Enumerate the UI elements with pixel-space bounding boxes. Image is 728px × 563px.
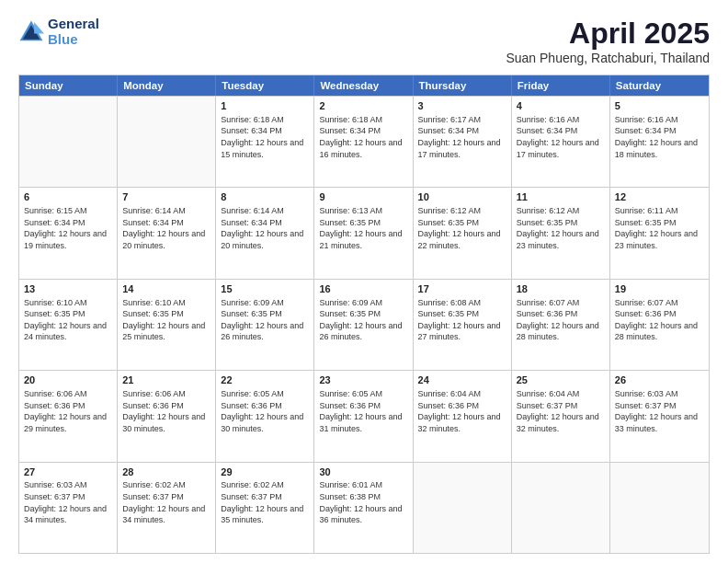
day-info: Sunrise: 6:01 AM Sunset: 6:38 PM Dayligh… bbox=[319, 479, 407, 525]
day-info: Sunrise: 6:07 AM Sunset: 6:36 PM Dayligh… bbox=[517, 297, 605, 343]
day-header-sunday: Sunday bbox=[19, 75, 118, 96]
day-cell-15: 15Sunrise: 6:09 AM Sunset: 6:35 PM Dayli… bbox=[216, 280, 314, 370]
day-cell-26: 26Sunrise: 6:03 AM Sunset: 6:37 PM Dayli… bbox=[610, 371, 709, 461]
logo-blue-text: Blue bbox=[48, 32, 99, 48]
day-info: Sunrise: 6:03 AM Sunset: 6:37 PM Dayligh… bbox=[615, 388, 704, 434]
day-number: 7 bbox=[122, 190, 210, 204]
day-cell-16: 16Sunrise: 6:09 AM Sunset: 6:35 PM Dayli… bbox=[314, 280, 413, 370]
logo-icon bbox=[18, 19, 44, 45]
empty-cell bbox=[19, 97, 118, 187]
day-cell-4: 4Sunrise: 6:16 AM Sunset: 6:34 PM Daylig… bbox=[512, 97, 610, 187]
day-cell-13: 13Sunrise: 6:10 AM Sunset: 6:35 PM Dayli… bbox=[19, 280, 118, 370]
calendar-week-5: 27Sunrise: 6:03 AM Sunset: 6:37 PM Dayli… bbox=[19, 462, 709, 553]
page: General Blue April 2025 Suan Phueng, Rat… bbox=[0, 0, 728, 563]
empty-cell bbox=[414, 463, 512, 553]
day-info: Sunrise: 6:02 AM Sunset: 6:37 PM Dayligh… bbox=[221, 479, 309, 525]
day-number: 8 bbox=[221, 190, 309, 204]
day-info: Sunrise: 6:02 AM Sunset: 6:37 PM Dayligh… bbox=[122, 479, 210, 525]
day-info: Sunrise: 6:04 AM Sunset: 6:36 PM Dayligh… bbox=[418, 388, 506, 434]
day-number: 9 bbox=[319, 190, 407, 204]
day-info: Sunrise: 6:09 AM Sunset: 6:35 PM Dayligh… bbox=[221, 297, 309, 343]
day-cell-20: 20Sunrise: 6:06 AM Sunset: 6:36 PM Dayli… bbox=[19, 371, 118, 461]
day-number: 2 bbox=[319, 99, 407, 113]
day-cell-14: 14Sunrise: 6:10 AM Sunset: 6:35 PM Dayli… bbox=[118, 280, 216, 370]
day-number: 15 bbox=[221, 282, 309, 296]
day-number: 26 bbox=[615, 373, 704, 387]
day-number: 16 bbox=[319, 282, 407, 296]
day-cell-11: 11Sunrise: 6:12 AM Sunset: 6:35 PM Dayli… bbox=[512, 188, 610, 278]
svg-marker-2 bbox=[34, 22, 44, 33]
day-info: Sunrise: 6:15 AM Sunset: 6:34 PM Dayligh… bbox=[24, 205, 112, 251]
day-cell-22: 22Sunrise: 6:05 AM Sunset: 6:36 PM Dayli… bbox=[216, 371, 314, 461]
day-header-saturday: Saturday bbox=[610, 75, 709, 96]
day-cell-23: 23Sunrise: 6:05 AM Sunset: 6:36 PM Dayli… bbox=[314, 371, 413, 461]
day-cell-25: 25Sunrise: 6:04 AM Sunset: 6:37 PM Dayli… bbox=[512, 371, 610, 461]
day-cell-2: 2Sunrise: 6:18 AM Sunset: 6:34 PM Daylig… bbox=[314, 97, 413, 187]
day-number: 21 bbox=[122, 373, 210, 387]
day-info: Sunrise: 6:05 AM Sunset: 6:36 PM Dayligh… bbox=[221, 388, 309, 434]
day-cell-6: 6Sunrise: 6:15 AM Sunset: 6:34 PM Daylig… bbox=[19, 188, 118, 278]
day-info: Sunrise: 6:14 AM Sunset: 6:34 PM Dayligh… bbox=[221, 205, 309, 251]
day-info: Sunrise: 6:16 AM Sunset: 6:34 PM Dayligh… bbox=[615, 114, 704, 160]
day-number: 10 bbox=[418, 190, 506, 204]
day-info: Sunrise: 6:10 AM Sunset: 6:35 PM Dayligh… bbox=[24, 297, 112, 343]
day-number: 27 bbox=[24, 465, 112, 479]
day-cell-24: 24Sunrise: 6:04 AM Sunset: 6:36 PM Dayli… bbox=[414, 371, 512, 461]
day-cell-9: 9Sunrise: 6:13 AM Sunset: 6:35 PM Daylig… bbox=[314, 188, 413, 278]
logo-text: General Blue bbox=[48, 17, 99, 47]
logo: General Blue bbox=[18, 17, 99, 47]
calendar-week-4: 20Sunrise: 6:06 AM Sunset: 6:36 PM Dayli… bbox=[19, 370, 709, 461]
title-block: April 2025 Suan Phueng, Ratchaburi, Thai… bbox=[506, 17, 710, 65]
day-cell-7: 7Sunrise: 6:14 AM Sunset: 6:34 PM Daylig… bbox=[118, 188, 216, 278]
day-number: 4 bbox=[517, 99, 605, 113]
day-cell-29: 29Sunrise: 6:02 AM Sunset: 6:37 PM Dayli… bbox=[216, 463, 314, 553]
day-cell-27: 27Sunrise: 6:03 AM Sunset: 6:37 PM Dayli… bbox=[19, 463, 118, 553]
day-info: Sunrise: 6:18 AM Sunset: 6:34 PM Dayligh… bbox=[319, 114, 407, 160]
empty-cell bbox=[118, 97, 216, 187]
calendar-week-3: 13Sunrise: 6:10 AM Sunset: 6:35 PM Dayli… bbox=[19, 279, 709, 370]
day-number: 29 bbox=[221, 465, 309, 479]
day-cell-12: 12Sunrise: 6:11 AM Sunset: 6:35 PM Dayli… bbox=[610, 188, 709, 278]
day-number: 12 bbox=[615, 190, 704, 204]
day-number: 1 bbox=[221, 99, 309, 113]
day-number: 3 bbox=[418, 99, 506, 113]
day-number: 22 bbox=[221, 373, 309, 387]
day-info: Sunrise: 6:12 AM Sunset: 6:35 PM Dayligh… bbox=[418, 205, 506, 251]
calendar-week-1: 1Sunrise: 6:18 AM Sunset: 6:34 PM Daylig… bbox=[19, 96, 709, 187]
day-cell-30: 30Sunrise: 6:01 AM Sunset: 6:38 PM Dayli… bbox=[314, 463, 413, 553]
day-info: Sunrise: 6:04 AM Sunset: 6:37 PM Dayligh… bbox=[517, 388, 605, 434]
day-cell-21: 21Sunrise: 6:06 AM Sunset: 6:36 PM Dayli… bbox=[118, 371, 216, 461]
day-info: Sunrise: 6:17 AM Sunset: 6:34 PM Dayligh… bbox=[418, 114, 506, 160]
day-cell-8: 8Sunrise: 6:14 AM Sunset: 6:34 PM Daylig… bbox=[216, 188, 314, 278]
day-number: 13 bbox=[24, 282, 112, 296]
day-info: Sunrise: 6:08 AM Sunset: 6:35 PM Dayligh… bbox=[418, 297, 506, 343]
day-header-tuesday: Tuesday bbox=[216, 75, 314, 96]
day-number: 28 bbox=[122, 465, 210, 479]
day-cell-10: 10Sunrise: 6:12 AM Sunset: 6:35 PM Dayli… bbox=[414, 188, 512, 278]
day-info: Sunrise: 6:10 AM Sunset: 6:35 PM Dayligh… bbox=[122, 297, 210, 343]
day-number: 23 bbox=[319, 373, 407, 387]
empty-cell bbox=[512, 463, 610, 553]
day-number: 14 bbox=[122, 282, 210, 296]
day-info: Sunrise: 6:07 AM Sunset: 6:36 PM Dayligh… bbox=[615, 297, 704, 343]
day-cell-3: 3Sunrise: 6:17 AM Sunset: 6:34 PM Daylig… bbox=[414, 97, 512, 187]
calendar-header: SundayMondayTuesdayWednesdayThursdayFrid… bbox=[19, 75, 709, 96]
day-cell-28: 28Sunrise: 6:02 AM Sunset: 6:37 PM Dayli… bbox=[118, 463, 216, 553]
day-info: Sunrise: 6:11 AM Sunset: 6:35 PM Dayligh… bbox=[615, 205, 704, 251]
day-cell-19: 19Sunrise: 6:07 AM Sunset: 6:36 PM Dayli… bbox=[610, 280, 709, 370]
day-info: Sunrise: 6:12 AM Sunset: 6:35 PM Dayligh… bbox=[517, 205, 605, 251]
day-number: 17 bbox=[418, 282, 506, 296]
empty-cell bbox=[610, 463, 709, 553]
day-number: 30 bbox=[319, 465, 407, 479]
main-title: April 2025 bbox=[506, 17, 710, 51]
day-info: Sunrise: 6:06 AM Sunset: 6:36 PM Dayligh… bbox=[122, 388, 210, 434]
logo-general-text: General bbox=[48, 17, 99, 32]
day-cell-18: 18Sunrise: 6:07 AM Sunset: 6:36 PM Dayli… bbox=[512, 280, 610, 370]
day-number: 18 bbox=[517, 282, 605, 296]
day-cell-17: 17Sunrise: 6:08 AM Sunset: 6:35 PM Dayli… bbox=[414, 280, 512, 370]
day-cell-5: 5Sunrise: 6:16 AM Sunset: 6:34 PM Daylig… bbox=[610, 97, 709, 187]
day-header-monday: Monday bbox=[118, 75, 216, 96]
day-header-friday: Friday bbox=[512, 75, 610, 96]
day-number: 24 bbox=[418, 373, 506, 387]
calendar-week-2: 6Sunrise: 6:15 AM Sunset: 6:34 PM Daylig… bbox=[19, 187, 709, 278]
